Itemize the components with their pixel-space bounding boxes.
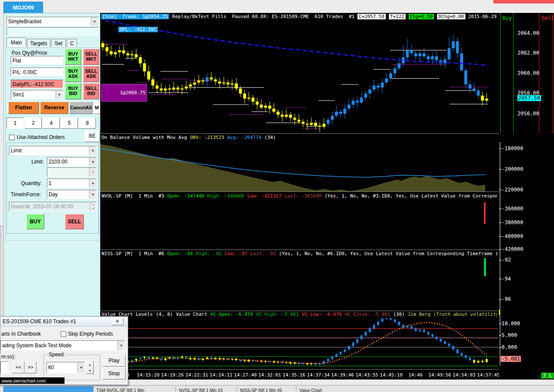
- cancel-all-button[interactable]: CancelAll: [69, 102, 92, 114]
- chevron-down-icon[interactable]: ▼: [89, 146, 96, 155]
- vc-last-pointer: [499, 310, 500, 315]
- start-time-label-fragment: m:ss):: [1, 354, 15, 360]
- scale-tick: [499, 236, 502, 237]
- order-type-value: Limit: [9, 148, 89, 154]
- chevron-down-icon[interactable]: ▼: [89, 179, 96, 188]
- scale-tick-label: 2060.00: [517, 70, 539, 76]
- tif-combo[interactable]: Day ▼: [47, 190, 97, 199]
- replay-dialog-titlebar[interactable]: ES-201509-CME 610 Trades #1 ✕: [0, 317, 127, 327]
- start-time-field-fragment[interactable]: [0, 361, 9, 373]
- price-scale-region[interactable]: Buy Sell 2064.002062.002060.002058.00205…: [499, 13, 554, 380]
- scale-tick-label: -180000: [502, 145, 523, 151]
- use-attached-label: Use Attached Orders: [17, 134, 65, 140]
- vc-length: (30): [393, 312, 405, 317]
- cancel-all-label: CancelAll: [70, 105, 92, 111]
- speed-spinner[interactable]: ▲▼: [86, 361, 94, 374]
- niss-open: Open: -94: [167, 251, 193, 256]
- time-tick-label: 14:27:40: [234, 372, 257, 378]
- buy-bid-button[interactable]: BUY BID: [65, 83, 81, 99]
- stop-button[interactable]: Stop: [102, 367, 126, 380]
- qty-preset-5[interactable]: 5: [61, 117, 78, 129]
- position-marker: 1@2060.75: [101, 84, 147, 102]
- speed-value: 60: [47, 364, 77, 370]
- qty-preset-4[interactable]: 4: [43, 117, 60, 129]
- secondary-price-combo[interactable]: ▼: [47, 167, 97, 177]
- quantity-label: Quantity:: [21, 180, 42, 186]
- sierrachart-link-bar[interactable]: www.sierrachart.com: [0, 377, 65, 384]
- pos-qty-field[interactable]: Flat: [11, 56, 63, 65]
- chevron-down-icon[interactable]: ▼: [117, 341, 125, 350]
- sell-bid-button[interactable]: SELL BID: [83, 83, 99, 99]
- trade-panel: SimpleBracket ▼ MainTargetsSetC Pos Qty@…: [3, 13, 101, 318]
- chart-tab-fragment[interactable]: NVOL-SP [M] 1 Min #3: [179, 388, 223, 392]
- left-splitter[interactable]: [0, 225, 4, 319]
- buy-mkt-button[interactable]: BUY MKT: [65, 49, 81, 65]
- chart-tab-fragment[interactable]: TSM NVOL-SP [M] 1 Min: [96, 388, 145, 392]
- chart-tab-fragment[interactable]: Value Chart: [299, 388, 322, 392]
- sim-trade-chip: [Sim] Trade: 1@2054.25: [101, 14, 169, 19]
- daily-pl-value: DailyPL: -412.50C: [11, 81, 54, 87]
- scale-tick-label: 5.000: [502, 332, 517, 338]
- corner-badge: 7 L: [541, 373, 554, 379]
- qty-preset-1[interactable]: 1: [6, 117, 24, 129]
- trade-window-tab[interactable]: MOJO99: [3, 2, 43, 13]
- chevron-down-icon[interactable]: ▼: [77, 362, 85, 373]
- skip-empty-checkbox[interactable]: [61, 331, 66, 337]
- step-forward-button[interactable]: >>: [25, 361, 37, 373]
- tab-main[interactable]: Main: [6, 37, 26, 47]
- chevron-down-icon[interactable]: ▼: [89, 190, 96, 199]
- spinner-up-down[interactable]: ▲▼: [90, 202, 96, 211]
- time-tick-label: 14:32:01: [259, 372, 281, 378]
- nvol-settings: (Yes, 1, No, No, #3.ID0, Yes, Use Latest…: [324, 193, 497, 199]
- qty-preset-8[interactable]: 8: [79, 117, 96, 129]
- chart-region[interactable]: [Sim] Trade: 1@2054.25 Replay/BkTest Fil…: [100, 13, 499, 380]
- strategy-combo-value: SimpleBracket: [7, 19, 91, 25]
- chart-tab-fragment[interactable]: NISS-SP [M] 1 Min #6: [240, 388, 282, 392]
- daily-pl-field: DailyPL: -412.50C: [11, 80, 63, 88]
- limit-price-combo[interactable]: 2103.00 ▼: [47, 157, 97, 167]
- be-button[interactable]: BE: [85, 130, 100, 142]
- m-button[interactable]: M: [93, 102, 101, 114]
- quantity-combo[interactable]: 1 ▼: [47, 179, 97, 188]
- spinner-down-icon[interactable]: ▼: [89, 369, 92, 372]
- chevron-down-icon[interactable]: ▼: [91, 17, 98, 26]
- close-icon[interactable]: ✕: [111, 318, 123, 325]
- qty-preset-2[interactable]: 2: [25, 117, 42, 129]
- use-attached-checkbox[interactable]: [9, 135, 15, 140]
- play-button[interactable]: Play: [102, 355, 126, 367]
- active-chart-tab[interactable]: [3, 386, 93, 392]
- nvol-last: Last: -365690: [284, 193, 321, 199]
- sell-order-button[interactable]: SELL: [65, 214, 84, 229]
- strategy-combo[interactable]: SimpleBracket ▼: [6, 17, 98, 26]
- chevron-down-icon[interactable]: ▼: [55, 90, 63, 99]
- buy-ask-button[interactable]: BUY ASK: [65, 66, 81, 82]
- step-back-button[interactable]: <<: [12, 361, 25, 373]
- sell-mkt-button[interactable]: SELL MKT: [83, 49, 99, 65]
- spinner-up-icon[interactable]: ▲: [92, 203, 95, 206]
- replay-dialog[interactable]: ES-201509-CME 610 Trades #1 ✕ arts In Ch…: [0, 316, 128, 385]
- scale-tick: [499, 335, 502, 336]
- tab-c[interactable]: C: [67, 39, 77, 47]
- account-combo[interactable]: Sim1 ▼: [11, 90, 63, 99]
- scale-tick-label: -94: [502, 276, 511, 282]
- vc-note: Jim Berg (Truth about volatility): [408, 312, 497, 317]
- time-tick-label: 14:45:10: [380, 372, 403, 378]
- order-type-combo[interactable]: Limit ▼: [9, 146, 97, 155]
- tab-targets[interactable]: Targets: [27, 39, 50, 47]
- flatten-button[interactable]: Flatten: [8, 102, 39, 114]
- spinner-down-icon[interactable]: ▼: [92, 207, 95, 210]
- speed-combo[interactable]: 60 ▼: [46, 362, 85, 373]
- limit-price-value: 2103.00: [47, 159, 89, 165]
- buy-order-button[interactable]: BUY: [26, 214, 44, 229]
- chevron-down-icon[interactable]: ▼: [89, 157, 96, 166]
- spinner-up-icon[interactable]: ▲: [89, 363, 92, 366]
- reverse-button[interactable]: Reverse: [40, 102, 68, 114]
- last-price-tag: 2057.50: [517, 95, 541, 101]
- scale-tick-label: 10.000: [502, 321, 520, 327]
- sell-ask-button[interactable]: SELL ASK: [83, 66, 99, 82]
- tab-set[interactable]: Set: [51, 39, 66, 47]
- replay-mode-combo[interactable]: ading System Back Test Mode ▼: [0, 340, 125, 351]
- vc-open: VC Open: -6.470: [210, 312, 253, 317]
- scale-tick: [499, 324, 502, 324]
- buy-order-label: BUY: [30, 219, 40, 225]
